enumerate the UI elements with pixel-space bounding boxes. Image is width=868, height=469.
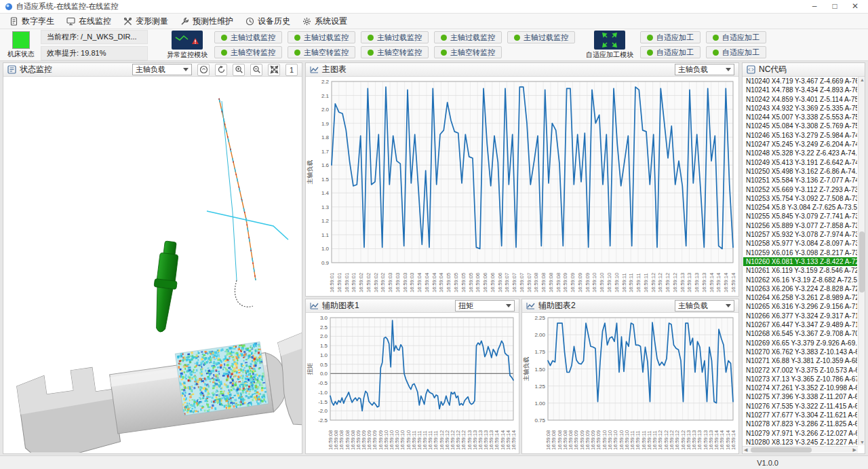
spindle-idle-monitor-button[interactable]: 主轴空转监控 (288, 46, 355, 58)
pan-button[interactable] (197, 64, 210, 76)
menu-item-deformation-measure[interactable]: 变形测量 (118, 14, 175, 29)
scroll-right-icon[interactable]: ▶ (853, 447, 856, 453)
menu-item-predictive-maintenance[interactable]: 预测性维护 (175, 14, 240, 29)
nc-line[interactable]: N10247 X5.245 Y-3.249 Z-6.204 A-74.701 (743, 140, 857, 149)
nc-line[interactable]: N10267 X6.447 Y-3.347 Z-9.489 A-71.055 (743, 320, 857, 329)
nc-line[interactable]: N10272 X7.002 Y-3.375 Z-10.573 A-68.05 (743, 366, 857, 375)
adaptive-module[interactable]: 自适应加工模块 (586, 31, 633, 60)
nc-line[interactable]: N10257 X5.932 Y-3.078 Z-7.974 A-73.243 (743, 230, 857, 239)
nc-line[interactable]: N10250 X5.498 Y-3.162 Z-6.86 A-74.178 ( (743, 167, 857, 176)
nc-line[interactable]: N10266 X6.377 Y-3.324 Z-9.317 A-71.443 (743, 312, 857, 320)
scrollbar-thumb[interactable] (859, 231, 865, 293)
spindle-overload-monitor-button[interactable]: 主轴过载监控 (361, 31, 429, 43)
nc-line[interactable]: N10253 X5.754 Y-3.092 Z-7.508 A-73.677 (743, 194, 857, 203)
nc-line[interactable]: N10244 X5.007 Y-3.338 Z-5.553 A-75.297 (743, 113, 857, 121)
nc-line[interactable]: N10256 X5.889 Y-3.077 Z-7.858 A-73.348 (743, 221, 857, 230)
viewport-3d[interactable] (3, 77, 302, 453)
menu-item-online-monitor[interactable]: 在线监控 (61, 14, 118, 29)
menu-item-digital-twin[interactable]: 数字孪生 (4, 14, 61, 29)
svg-text:1.5: 1.5 (321, 176, 330, 183)
scroll-left-icon[interactable]: ◀ (744, 447, 747, 453)
spindle-idle-monitor-button[interactable]: 主轴空转监控 (214, 46, 282, 58)
spindle-overload-monitor-button[interactable]: 主轴过载监控 (214, 31, 282, 43)
svg-text:16:59:14: 16:59:14 (715, 273, 722, 293)
aux-chart2[interactable]: 0.751.001.251.501.752.002.2516:59:0816:5… (522, 313, 738, 453)
nc-line[interactable]: N10276 X7.535 Y-3.322 Z-11.415 A-65.22 (743, 402, 857, 411)
nc-line[interactable]: N10243 X4.932 Y-3.369 Z-5.335 A-75.523 (743, 104, 857, 113)
nc-vertical-scrollbar[interactable]: ▲ ▼ (858, 77, 865, 445)
nc-code-list[interactable]: N10240 X4.719 Y-3.467 Z-4.669 A-76.396N1… (743, 77, 857, 445)
adaptive-machining-button[interactable]: 自适应加工 (640, 31, 701, 43)
nc-line[interactable]: N10271 X6.88 Y-3.381 Z-10.359 A-68.711 (743, 356, 857, 365)
nc-line[interactable]: N10275 X7.396 Y-3.338 Z-11.207 A-65.95 (743, 392, 857, 401)
nc-line[interactable]: N10265 X6.316 Y-3.296 Z-9.156 A-71.771 (743, 302, 857, 311)
aux-chart2-metric-value: 主轴负载 (678, 301, 708, 311)
spindle-overload-monitor-button[interactable]: 主轴过载监控 (434, 31, 502, 43)
nc-line[interactable]: N10277 X7.677 Y-3.304 Z-11.621 A-64.48 (743, 411, 857, 419)
nc-line[interactable]: N10261 X6.119 Y-3.159 Z-8.546 A-72.701 (743, 266, 857, 275)
fit-view-button[interactable] (268, 64, 280, 76)
nc-line[interactable]: N10274 X7.261 Y-3.352 Z-10.998 A-66.67 (743, 383, 857, 392)
nc-line[interactable]: N10245 X5.084 Y-3.308 Z-5.769 A-75.088 (743, 121, 857, 130)
nc-line[interactable]: N10241 X4.788 Y-3.434 Z-4.893 A-76.062 (743, 86, 857, 94)
aux-chart2-metric-select[interactable]: 主轴负载 (675, 300, 734, 312)
close-button[interactable]: ✕ (845, 0, 865, 13)
rotate-button[interactable] (215, 64, 227, 76)
toolpath-lines (207, 98, 288, 307)
menu-item-system-settings[interactable]: 系统设置 (297, 14, 354, 29)
nc-line[interactable]: N10249 X5.413 Y-3.191 Z-6.642 A-74.346 (743, 158, 857, 167)
scrollbar-thumb[interactable] (751, 447, 812, 453)
zoom-level-value[interactable]: 1 (285, 64, 298, 76)
spindle-idle-monitor-button[interactable]: 主轴空转监控 (361, 46, 429, 58)
maximize-button[interactable]: □ (825, 0, 845, 13)
svg-text:16:59:14: 16:59:14 (511, 430, 517, 450)
nc-line[interactable]: N10278 X7.823 Y-3.286 Z-11.825 A-63.73 (743, 419, 857, 428)
nc-line[interactable]: N10258 X5.977 Y-3.084 Z-8.097 A-73.138 (743, 239, 857, 248)
cutting-tool (149, 240, 182, 333)
viewport-metric-select[interactable]: 主轴负载 (132, 64, 192, 75)
spindle-overload-monitor-button[interactable]: 主轴过载监控 (288, 31, 355, 43)
nc-line[interactable]: N10263 X6.206 Y-3.224 Z-8.828 A-72.33 ( (743, 284, 857, 293)
anomaly-module[interactable]: 异常监控模块 (167, 31, 208, 60)
aux-chart1[interactable]: -2.5-2.0-1.5-1.0-0.50.00.51.01.52.02.53.… (306, 313, 519, 453)
nc-line[interactable]: N10246 X5.163 Y-3.279 Z-5.984 A-74.892 (743, 131, 857, 140)
nc-line[interactable]: N10273 X7.13 Y-3.365 Z-10.786 A-67.372 (743, 375, 857, 383)
zoom-in-button[interactable] (233, 64, 245, 76)
nc-line[interactable]: N10254 X5.8 Y-3.084 Z-7.625 A-73.571 C (743, 203, 857, 212)
nc-line[interactable]: N10279 X7.971 Y-3.266 Z-12.027 A-62.98 (743, 429, 857, 438)
button-label: 主轴空转监控 (231, 48, 275, 58)
nc-horizontal-scrollbar[interactable]: ◀ ▶ (743, 446, 858, 453)
adaptive-machining-button[interactable]: 自适应加工 (706, 31, 766, 43)
main-chart[interactable]: 0.91.01.11.21.31.41.51.61.71.81.92.02.12… (306, 77, 738, 295)
clock-icon (245, 17, 254, 26)
minimize-button[interactable]: – (804, 0, 825, 13)
nc-line[interactable]: N10255 X5.845 Y-3.079 Z-7.741 A-73.458 (743, 212, 857, 221)
zoom-out-button[interactable] (250, 64, 262, 76)
nc-line[interactable]: N10270 X6.762 Y-3.383 Z-10.143 A-69.34 (743, 348, 857, 356)
nc-line[interactable]: N10280 X8.123 Y-3.245 Z-12.227 A-62.23 (743, 438, 857, 445)
svg-text:16:59:08: 16:59:08 (548, 273, 554, 293)
nc-line[interactable]: N10269 X6.65 Y-3.379 Z-9.926 A-69.947 ( (743, 339, 857, 348)
nc-line[interactable]: N10242 X4.859 Y-3.401 Z-5.114 A-75.775 (743, 95, 857, 104)
main-chart-metric-select[interactable]: 主轴负载 (675, 64, 734, 75)
adaptive-machining-button[interactable]: 自适应加工 (640, 46, 701, 58)
svg-text:16:59:05: 16:59:05 (453, 273, 459, 293)
nc-line[interactable]: N10252 X5.669 Y-3.112 Z-7.293 A-73.844 (743, 185, 857, 194)
scroll-up-icon[interactable]: ▲ (860, 77, 865, 82)
nc-line[interactable]: N10248 X5.328 Y-3.22 Z-6.423 A-74.52 C (743, 149, 857, 157)
nc-line[interactable]: N10259 X6.016 Y-3.098 Z-8.217 A-73.036 (743, 248, 857, 257)
scroll-down-icon[interactable]: ▼ (860, 440, 865, 445)
nc-line-current[interactable]: N10260 X6.081 Y-3.133 Z-8.422 A-72.835 (743, 257, 857, 266)
spindle-overload-monitor-button[interactable]: 主轴过载监控 (507, 31, 575, 43)
aux-chart1-metric-select[interactable]: 扭矩 (455, 300, 515, 312)
adaptive-machining-button[interactable]: 自适应加工 (706, 46, 766, 58)
nc-line[interactable]: N10264 X6.258 Y-3.261 Z-8.989 A-72.072 (743, 293, 857, 302)
nc-line[interactable]: N10240 X4.719 Y-3.467 Z-4.669 A-76.396 (743, 77, 857, 86)
nc-line[interactable]: N10268 X6.545 Y-3.367 Z-9.708 A-70.519 (743, 329, 857, 338)
machine-part-3d (3, 77, 302, 453)
button-label: 主轴空转监控 (377, 48, 422, 58)
spindle-idle-monitor-button[interactable]: 主轴空转监控 (434, 46, 502, 58)
nc-line[interactable]: N10251 X5.584 Y-3.136 Z-7.077 A-74.012 (743, 176, 857, 185)
nc-line[interactable]: N10262 X6.16 Y-3.19 Z-8.682 A-72.534 C (743, 276, 857, 284)
menu-item-device-history[interactable]: 设备历史 (240, 14, 297, 29)
